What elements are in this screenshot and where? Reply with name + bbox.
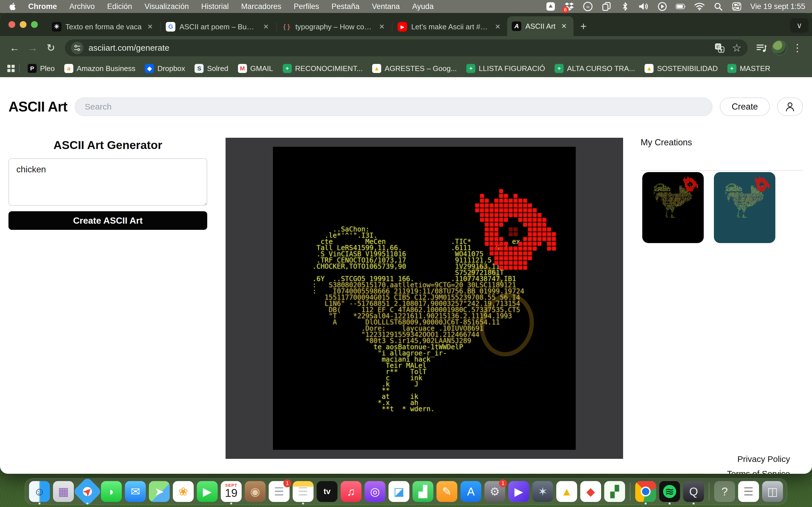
- reload-button[interactable]: ↻: [43, 40, 59, 56]
- bookmark-sheets[interactable]: +ALTA CURSO TRA...: [551, 62, 639, 75]
- forward-button[interactable]: →: [25, 40, 41, 56]
- url-text[interactable]: asciiart.com/generate: [89, 43, 169, 53]
- privacy-policy-link[interactable]: Privacy Policy: [727, 452, 790, 466]
- wifi-icon[interactable]: [695, 1, 705, 11]
- bookmark-dropbox[interactable]: ◆Dropbox: [141, 62, 189, 75]
- dock-icon-messages[interactable]: ◗: [101, 481, 122, 502]
- create-button[interactable]: Create: [720, 98, 770, 116]
- dock-icon-launchpad[interactable]: ▦: [53, 481, 74, 502]
- bookmark-gmail[interactable]: MGMAIL: [234, 62, 277, 75]
- dock-icon-help[interactable]: ?: [714, 481, 735, 502]
- search-input[interactable]: [75, 98, 712, 116]
- dock-icon-numbers[interactable]: ▟: [412, 481, 434, 502]
- menu-item-archivo[interactable]: Archivo: [63, 2, 101, 11]
- dock-icon-spotify[interactable]: ≋: [659, 481, 680, 502]
- site-settings-icon[interactable]: [71, 42, 84, 54]
- new-tab-button[interactable]: +: [576, 18, 591, 34]
- tab-search-button[interactable]: ∨: [790, 18, 809, 33]
- terms-of-service-link[interactable]: Terms of Service: [727, 466, 790, 474]
- copy-icon[interactable]: [601, 1, 612, 11]
- tab-close-icon[interactable]: ✕: [146, 22, 154, 31]
- prompt-textarea[interactable]: [8, 158, 207, 206]
- bookmark-pleo[interactable]: PPleo: [24, 62, 59, 75]
- menu-item-pestaña[interactable]: Pestaña: [325, 2, 366, 11]
- dock-icon-trash[interactable]: ◫: [762, 481, 783, 502]
- close-window-button[interactable]: [8, 21, 15, 28]
- menu-item-ayuda[interactable]: Ayuda: [406, 2, 440, 11]
- tab-close-icon[interactable]: ✕: [377, 22, 386, 31]
- minimize-window-button[interactable]: [20, 21, 27, 28]
- apple-logo-icon[interactable]: [7, 3, 18, 10]
- bookmark-sheets[interactable]: +RECONOCIMIENT...: [279, 62, 367, 75]
- tab-active-5[interactable]: AASCII Art✕: [507, 16, 573, 36]
- dock-icon-notes[interactable]: ☰: [293, 481, 313, 502]
- creation-thumbnail-rooster-teal[interactable]: ..SaChon: .le*'^'".I3I. cte MeCen .TIC* …: [714, 172, 775, 243]
- dock-icon-contacts[interactable]: ◉: [245, 481, 266, 502]
- tab-close-icon[interactable]: ✕: [493, 22, 502, 31]
- tab-1[interactable]: ✳Texto en forma de vaca✕: [47, 17, 160, 36]
- dock-icon-finder[interactable]: ☺: [29, 481, 50, 502]
- bluetooth-icon[interactable]: [620, 1, 630, 11]
- profile-button[interactable]: [777, 98, 803, 116]
- dock-icon-pages[interactable]: ✎: [437, 481, 457, 502]
- dock-icon-keynote[interactable]: ◪: [389, 481, 409, 502]
- menu-item-edición[interactable]: Edición: [101, 2, 139, 11]
- menu-item-perfiles[interactable]: Perfiles: [288, 2, 325, 11]
- creation-thumbnail-rooster-black[interactable]: ..SaChon: .le*'^'".I3I. cte MeCen .TIC* …: [642, 172, 704, 243]
- tab-close-icon[interactable]: ✕: [261, 22, 270, 31]
- bookmark-solred[interactable]: SSolred: [191, 62, 232, 75]
- dock-icon-calendar[interactable]: SEPT19: [221, 481, 242, 502]
- profile-avatar[interactable]: [772, 40, 787, 55]
- dock-icon-podcasts[interactable]: ◎: [364, 481, 386, 502]
- spotlight-icon[interactable]: [713, 1, 723, 11]
- dock-icon-apple-tv[interactable]: tv: [317, 481, 338, 502]
- bookmark-amazon[interactable]: aAmazon Business: [60, 62, 139, 75]
- site-logo[interactable]: ASCII Art: [8, 99, 67, 115]
- bookmark-drive[interactable]: ▲AGRESTES – Goog...: [368, 62, 461, 75]
- translate-icon[interactable]: G: [714, 43, 725, 53]
- dock-icon-purple-play-app[interactable]: ▶: [508, 481, 529, 502]
- dock-icon-reminders[interactable]: ☰1: [269, 481, 290, 502]
- browser-menu-icon[interactable]: ⋮: [790, 40, 805, 56]
- creative-cloud-icon[interactable]: ∞: [583, 1, 593, 11]
- dock-icon-music[interactable]: ♫: [341, 481, 361, 502]
- menu-clock[interactable]: Vie 19 sept 1:55: [750, 2, 805, 11]
- bookmark-drive[interactable]: ▲SOSTENIBILIDAD: [641, 62, 721, 75]
- apps-grid-icon[interactable]: [7, 64, 15, 73]
- dock-icon-photos[interactable]: ❀: [173, 481, 194, 502]
- menu-item-historial[interactable]: Historial: [195, 2, 235, 11]
- tab-3[interactable]: { }typography – How compose a✕: [277, 17, 391, 36]
- dock-icon-film-app[interactable]: ▞: [604, 481, 625, 502]
- address-bar[interactable]: asciiart.com/generate G ☆: [65, 40, 748, 56]
- volume-icon[interactable]: [639, 1, 649, 11]
- control-center-icon[interactable]: [732, 1, 742, 11]
- back-button[interactable]: ←: [7, 40, 22, 56]
- zoom-window-button[interactable]: [31, 21, 38, 28]
- dock-icon-facetime[interactable]: ▶: [197, 481, 218, 502]
- play-circle-icon[interactable]: [657, 1, 667, 11]
- dock-icon-system-settings[interactable]: ⚙1: [485, 481, 505, 502]
- tab-4[interactable]: ▶Let’s make Ascii art #asciiart✕: [393, 17, 507, 36]
- battery-icon[interactable]: [676, 1, 686, 11]
- media-controls-icon[interactable]: [754, 40, 770, 56]
- menu-item-ventana[interactable]: Ventana: [366, 2, 406, 11]
- bookmark-sheets[interactable]: +MASTER: [723, 62, 774, 75]
- dock-icon-star-app[interactable]: ✶: [532, 481, 553, 502]
- dock-icon-mail[interactable]: ✉: [125, 481, 146, 502]
- menu-item-marcadores[interactable]: Marcadores: [235, 2, 288, 11]
- dock-icon-google-app[interactable]: ◆: [580, 481, 601, 502]
- dock-icon-app-store[interactable]: A: [460, 481, 481, 502]
- dock-icon-chrome[interactable]: [635, 481, 656, 502]
- bookmark-sheets[interactable]: +LLISTA FIGURACIÓ: [462, 62, 549, 75]
- tab-close-icon[interactable]: ✕: [559, 22, 568, 31]
- dock-icon-textedit[interactable]: ☰: [738, 481, 759, 502]
- menu-item-visualización[interactable]: Visualización: [139, 2, 195, 11]
- dock-icon-maps[interactable]: ➤: [149, 481, 170, 502]
- tab-2[interactable]: GASCII art poem – Buscar con✕: [161, 17, 275, 36]
- dock-icon-safari[interactable]: ➤: [77, 481, 98, 502]
- screen-capture-icon[interactable]: [546, 1, 556, 11]
- dock-icon-google-drive[interactable]: ▲: [556, 481, 577, 502]
- menu-item-chrome[interactable]: Chrome: [22, 2, 63, 11]
- dock-icon-quicktime[interactable]: Q: [683, 481, 704, 502]
- create-ascii-art-button[interactable]: Create ASCII Art: [8, 211, 207, 230]
